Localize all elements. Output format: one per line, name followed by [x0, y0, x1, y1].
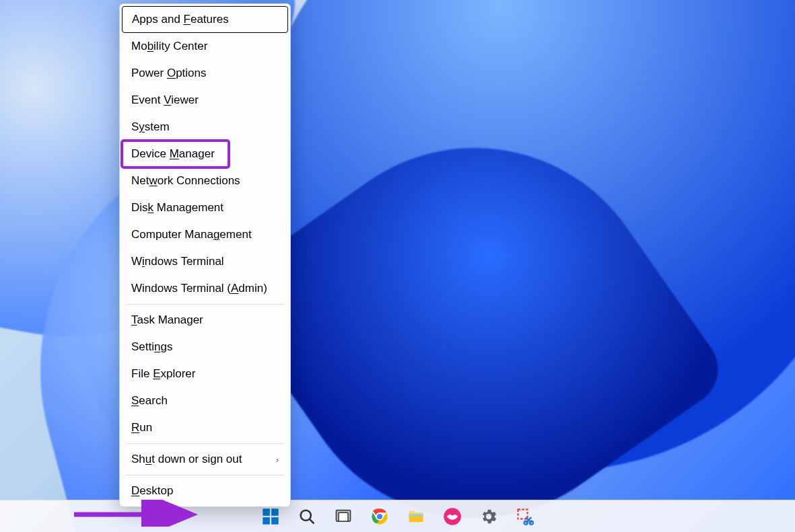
menu-item-shutdown-signout[interactable]: Shut down or sign out› [122, 446, 288, 473]
menu-item-settings[interactable]: Settings [122, 334, 288, 360]
menu-item-label: Computer Management [131, 228, 252, 241]
menu-item-windows-terminal-admin[interactable]: Windows Terminal (Admin) [122, 275, 288, 302]
menu-item-power-options[interactable]: Power Options [122, 60, 288, 87]
svg-line-6 [310, 519, 314, 523]
search-button[interactable] [295, 504, 319, 529]
menu-item-windows-terminal[interactable]: Windows Terminal [122, 248, 288, 275]
menu-item-label: Event Viewer [131, 93, 199, 107]
menu-item-device-manager[interactable]: Device Manager [122, 141, 288, 167]
menu-item-label: Power Options [131, 67, 207, 80]
menu-item-system[interactable]: System [122, 114, 288, 141]
menu-item-computer-management[interactable]: Computer Management [122, 221, 288, 248]
menu-separator [126, 475, 284, 476]
menu-item-label: Device Manager [131, 147, 215, 161]
settings-app[interactable] [477, 504, 501, 529]
lips-app[interactable] [440, 504, 464, 529]
menu-item-event-viewer[interactable]: Event Viewer [122, 87, 288, 114]
file-explorer-app[interactable] [404, 504, 428, 529]
menu-item-label: Mobility Center [131, 40, 207, 53]
menu-item-label: Desktop [131, 484, 173, 498]
svg-rect-4 [271, 517, 279, 525]
snipping-tool-app[interactable] [513, 504, 537, 529]
menu-item-search[interactable]: Search [122, 387, 288, 414]
menu-item-label: Task Manager [131, 313, 203, 327]
task-view-button[interactable] [331, 504, 355, 529]
menu-item-label: Network Connections [131, 174, 240, 188]
menu-item-task-manager[interactable]: Task Manager [122, 307, 288, 334]
svg-point-5 [300, 510, 310, 520]
menu-item-label: System [131, 120, 170, 134]
menu-item-label: Run [131, 421, 152, 434]
menu-item-run[interactable]: Run [122, 414, 288, 441]
menu-item-file-explorer[interactable]: File Explorer [122, 360, 288, 387]
menu-item-label: Search [131, 394, 168, 408]
menu-item-desktop[interactable]: Desktop [122, 478, 288, 504]
menu-item-label: Windows Terminal [131, 255, 224, 268]
svg-point-18 [524, 521, 527, 524]
menu-item-label: File Explorer [131, 367, 195, 381]
winx-power-menu: Apps and FeaturesMobility CenterPower Op… [119, 3, 291, 507]
desktop-background: Apps and FeaturesMobility CenterPower Op… [0, 0, 795, 532]
chrome-app[interactable] [368, 504, 392, 529]
menu-item-apps-features[interactable]: Apps and Features [122, 6, 288, 33]
svg-rect-1 [263, 508, 270, 516]
menu-item-label: Windows Terminal (Admin) [131, 282, 267, 295]
start-button[interactable] [258, 504, 283, 529]
menu-item-disk-management[interactable]: Disk Management [122, 194, 288, 221]
menu-item-network-connections[interactable]: Network Connections [122, 167, 288, 194]
menu-item-label: Apps and Features [132, 13, 229, 26]
svg-rect-3 [263, 517, 270, 525]
menu-item-mobility-center[interactable]: Mobility Center [122, 33, 288, 60]
menu-item-label: Shut down or sign out [131, 453, 242, 466]
menu-item-label: Disk Management [131, 201, 223, 215]
svg-point-19 [529, 521, 532, 524]
svg-rect-2 [271, 508, 279, 516]
svg-rect-15 [409, 514, 423, 516]
menu-item-label: Settings [131, 340, 172, 354]
chevron-right-icon: › [276, 455, 279, 465]
svg-rect-9 [339, 512, 348, 521]
menu-separator [126, 304, 284, 305]
menu-separator [126, 443, 284, 444]
